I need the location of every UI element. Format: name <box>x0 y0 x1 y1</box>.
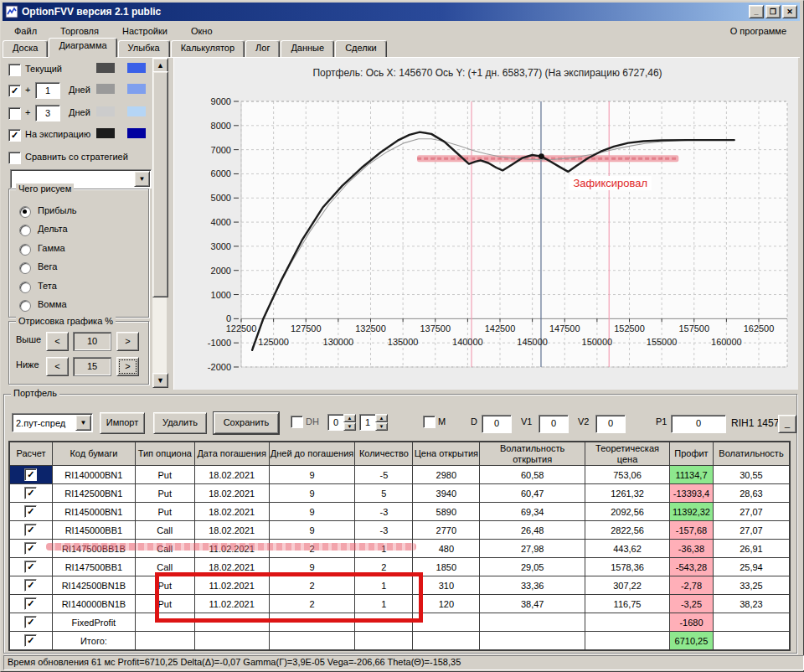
profit-cell: 11134,7 <box>669 466 713 484</box>
checkbox-4[interactable]: ✓ <box>8 129 21 142</box>
data-cell: 753,06 <box>585 466 670 484</box>
tab-данные[interactable]: Данные <box>281 40 334 57</box>
save-button[interactable]: Сохранить <box>214 412 279 434</box>
menu-item-3[interactable]: Настройки <box>111 23 179 39</box>
title-bar[interactable]: OptionFVV версия 2.1 public _❐✕ <box>3 3 800 21</box>
color-swatch <box>96 84 115 94</box>
sidebar-scrollbar[interactable]: ▲▼ <box>152 58 167 386</box>
column-header: Дней до погашения <box>269 442 355 466</box>
row-checkbox[interactable]: ✓ <box>24 505 37 518</box>
chevron-down-icon[interactable]: ▼ <box>75 415 91 431</box>
x-tick-label: 160000 <box>711 337 742 347</box>
data-cell: Put <box>135 484 194 503</box>
x-tick-label: 135000 <box>388 337 419 347</box>
spinner-value[interactable]: 0 <box>327 414 343 431</box>
row-checkbox[interactable]: ✓ <box>24 524 37 536</box>
profit-cell: -157,68 <box>669 521 713 540</box>
y-tick-label: 2000 <box>211 266 231 276</box>
menu-item-1[interactable]: Файл <box>3 23 49 39</box>
radio-label: Вомма <box>38 299 67 309</box>
data-cell: 26,48 <box>480 521 585 540</box>
data-cell: 30,55 <box>713 466 789 484</box>
app-icon <box>5 5 18 18</box>
spin-up-icon[interactable]: ▲ <box>343 414 356 422</box>
checkbox-1[interactable] <box>8 64 21 76</box>
dh-spinner-2[interactable]: 1▲▼ <box>359 414 388 431</box>
radio-гамма[interactable] <box>19 244 31 256</box>
row-checkbox[interactable]: ✓ <box>24 634 37 647</box>
v2-field[interactable]: 0 <box>595 415 626 433</box>
dh-checkbox[interactable] <box>291 416 303 428</box>
data-cell: FixedProfit <box>52 613 135 632</box>
row-checkbox[interactable]: ✓ <box>24 542 37 555</box>
tab-лог[interactable]: Лог <box>245 40 280 57</box>
radio-тета[interactable] <box>19 282 31 293</box>
tab-доска[interactable]: Доска <box>3 40 48 57</box>
data-cell: Call <box>135 521 194 540</box>
above-decrease-button[interactable]: < <box>46 332 69 351</box>
menu-item-4[interactable]: Окно <box>179 23 224 39</box>
row-checkbox[interactable]: ✓ <box>24 487 37 499</box>
collapse-button[interactable]: _ <box>778 415 796 433</box>
render-percent-legend: Отрисовка графика % <box>16 316 116 326</box>
profit-chart[interactable]: 9000800070006000500040003000200010000-10… <box>178 57 797 389</box>
radio-вега[interactable] <box>19 262 31 274</box>
calc-cell: ✓ <box>10 558 53 576</box>
spin-up-icon[interactable]: ▲ <box>375 414 388 422</box>
spinner-value[interactable]: 1 <box>359 414 375 431</box>
days-input-3[interactable]: 3 <box>35 105 60 121</box>
tab-улыбка[interactable]: Улыбка <box>118 40 170 57</box>
delete-button[interactable]: Удалить <box>153 412 207 434</box>
row-checkbox[interactable]: ✓ <box>24 468 37 481</box>
scrollbar-thumb[interactable] <box>152 71 168 297</box>
menu-item-2[interactable]: Торговля <box>49 23 111 39</box>
data-cell <box>135 632 194 650</box>
data-cell: 307,22 <box>585 576 670 595</box>
row-checkbox[interactable]: ✓ <box>24 561 37 573</box>
below-increase-button[interactable]: > <box>116 357 139 376</box>
radio-прибыль[interactable] <box>19 206 31 218</box>
menu-item-about[interactable]: О программе <box>719 23 800 39</box>
dh-spinner-1[interactable]: 0▲▼ <box>327 414 356 431</box>
chevron-down-icon[interactable]: ▼ <box>134 171 150 187</box>
x-tick-label: 147500 <box>549 323 580 333</box>
data-cell <box>585 613 670 632</box>
scroll-down-button[interactable]: ▼ <box>152 373 168 388</box>
below-decrease-button[interactable]: < <box>46 357 69 376</box>
close-button[interactable]: ✕ <box>782 5 797 18</box>
tab-диаграмма[interactable]: Диаграмма <box>49 38 116 57</box>
checkbox-3[interactable] <box>8 107 21 120</box>
import-button[interactable]: Импорт <box>100 412 145 434</box>
color-swatch <box>127 106 146 116</box>
calc-cell: ✓ <box>10 503 53 521</box>
x-tick-label: 127500 <box>291 323 322 333</box>
m-checkbox[interactable] <box>423 416 436 428</box>
checkbox-5[interactable] <box>8 152 21 164</box>
below-value-field[interactable]: 15 <box>73 357 111 376</box>
strategy-select[interactable]: 2.пут-спред ▼ <box>12 413 93 432</box>
spin-down-icon[interactable]: ▼ <box>343 422 356 431</box>
checkbox-2[interactable]: ✓ <box>8 85 21 97</box>
row-checkbox[interactable]: ✓ <box>24 616 37 628</box>
minimize-button[interactable]: _ <box>749 5 764 18</box>
days-input-2[interactable]: 1 <box>35 82 60 99</box>
row-checkbox[interactable]: ✓ <box>24 597 37 610</box>
above-increase-button[interactable]: > <box>116 332 139 351</box>
radio-дельта[interactable] <box>19 225 31 236</box>
spin-down-icon[interactable]: ▼ <box>375 422 388 431</box>
calc-cell: ✓ <box>10 466 53 484</box>
maximize-button[interactable]: ❐ <box>765 5 781 18</box>
table-header-row: РасчетКод бумагиТип опционаДата погашени… <box>10 442 790 466</box>
row-checkbox[interactable]: ✓ <box>24 579 37 592</box>
above-value-field[interactable]: 10 <box>73 332 111 351</box>
d-field[interactable]: 0 <box>482 415 512 433</box>
tab-калькулятор[interactable]: Калькулятор <box>171 40 245 57</box>
v1-field[interactable]: 0 <box>539 415 569 433</box>
status-bar: Время обновления 61 мс Profit=6710,25 De… <box>3 655 804 670</box>
tab-сделки[interactable]: Сделки <box>335 40 387 57</box>
radio-вомма[interactable] <box>19 300 31 312</box>
m-label: M <box>438 416 446 426</box>
data-cell: 5890 <box>413 503 480 521</box>
chart-settings-panel: Текущий✓+1Дней+3Дней✓На экспирациюСравни… <box>3 58 173 390</box>
p1-field[interactable]: 0 <box>671 415 726 433</box>
